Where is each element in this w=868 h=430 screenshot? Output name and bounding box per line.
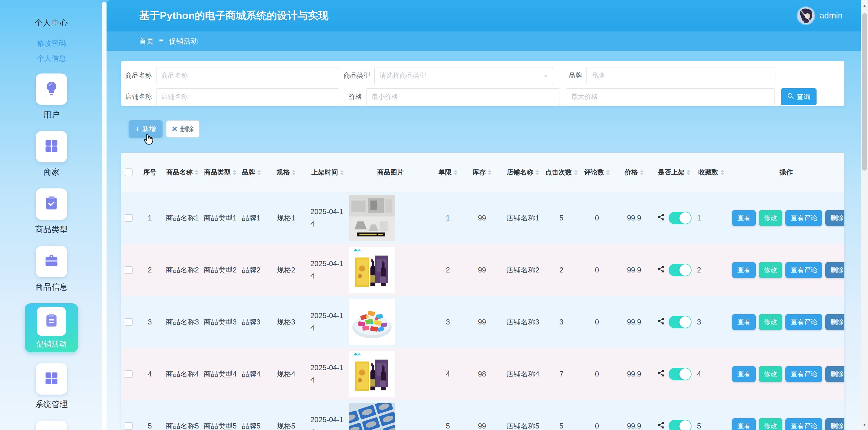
view-comments-button[interactable]: 查看评论: [785, 210, 822, 226]
scroll-down-arrow[interactable]: ▼: [861, 419, 868, 430]
view-button[interactable]: 查看: [732, 314, 756, 330]
add-button[interactable]: + 新增: [129, 120, 162, 138]
on-shelf-toggle[interactable]: [669, 212, 691, 224]
scrollbar[interactable]: ▲ ▼: [861, 0, 868, 430]
search-button[interactable]: 查询: [781, 88, 816, 105]
sidebar-item-more[interactable]: [36, 421, 67, 430]
price-min-input[interactable]: [366, 88, 560, 105]
sidebar-item-用户[interactable]: 用户: [36, 73, 67, 120]
on-shelf-toggle[interactable]: [669, 368, 691, 381]
row-checkbox[interactable]: [125, 318, 132, 326]
briefcase-icon: [43, 253, 59, 270]
product-name-input[interactable]: [156, 67, 339, 84]
scrollbar-thumb[interactable]: [862, 13, 867, 170]
sort-carets-icon[interactable]: [292, 170, 296, 175]
menu-tile: [36, 363, 67, 395]
cell-date: 2025-04-14: [309, 348, 346, 400]
column-header-是否上架[interactable]: 是否上架: [654, 153, 694, 192]
breadcrumb-current[interactable]: 促销活动: [169, 36, 198, 46]
column-header-店铺名称[interactable]: 店铺名称: [502, 153, 543, 192]
row-checkbox[interactable]: [125, 266, 132, 274]
view-button[interactable]: 查看: [732, 366, 756, 382]
product-type-select[interactable]: 请选择商品类型: [374, 67, 553, 84]
view-button[interactable]: 查看: [732, 210, 756, 226]
share-icon[interactable]: [657, 213, 665, 223]
menu-tile: [37, 307, 66, 336]
scroll-up-arrow[interactable]: ▲: [861, 0, 868, 11]
share-icon[interactable]: [657, 369, 665, 379]
view-button[interactable]: 查看: [732, 262, 756, 278]
view-comments-button[interactable]: 查看评论: [785, 418, 822, 430]
on-shelf-toggle[interactable]: [669, 420, 691, 430]
on-shelf-toggle[interactable]: [669, 316, 691, 328]
sort-carets-icon[interactable]: [687, 170, 690, 175]
sidebar-item-促销活动[interactable]: 促销活动: [25, 303, 78, 352]
share-icon[interactable]: [657, 317, 665, 327]
sidebar-item-商品信息[interactable]: 商品信息: [35, 246, 68, 292]
sort-carets-icon[interactable]: [257, 170, 261, 175]
sort-carets-icon[interactable]: [640, 170, 644, 175]
column-header-商品名称[interactable]: 商品名称: [163, 153, 201, 192]
delete-row-button[interactable]: 删除: [825, 418, 844, 430]
row-checkbox[interactable]: [125, 422, 132, 430]
avatar[interactable]: [797, 7, 815, 25]
column-header-价格[interactable]: 价格: [614, 153, 654, 192]
on-shelf-toggle[interactable]: [669, 264, 691, 276]
delete-row-button[interactable]: 删除: [825, 366, 844, 382]
user-menu[interactable]: admin: [797, 7, 843, 25]
clipboard-lines-icon: [44, 313, 59, 330]
sort-carets-icon[interactable]: [454, 170, 458, 175]
row-checkbox[interactable]: [125, 214, 132, 222]
cell-stock: 98: [462, 348, 502, 400]
sort-carets-icon[interactable]: [535, 170, 539, 175]
brand-input[interactable]: [586, 67, 775, 84]
delete-button[interactable]: ✕ 删除: [166, 120, 199, 138]
row-checkbox[interactable]: [125, 370, 132, 378]
share-icon[interactable]: [657, 421, 665, 430]
sort-carets-icon[interactable]: [195, 170, 198, 175]
sort-carets-icon[interactable]: [721, 170, 724, 175]
edit-button[interactable]: 修改: [759, 314, 782, 330]
view-comments-button[interactable]: 查看评论: [785, 314, 822, 330]
view-button[interactable]: 查看: [732, 418, 756, 430]
cell-spec: 规格3: [263, 296, 309, 348]
column-header-序号: 序号: [136, 153, 163, 192]
sort-carets-icon[interactable]: [488, 170, 492, 175]
view-comments-button[interactable]: 查看评论: [785, 366, 822, 382]
sort-carets-icon[interactable]: [574, 170, 578, 175]
sort-carets-icon[interactable]: [233, 170, 236, 175]
delete-row-button[interactable]: 删除: [825, 314, 844, 330]
column-header-点击次数[interactable]: 点击次数: [543, 153, 580, 192]
sidebar-item-商品类型[interactable]: 商品类型: [35, 188, 68, 235]
sidebar-item-系统管理[interactable]: 系统管理: [35, 363, 68, 410]
column-header-商品类型[interactable]: 商品类型: [201, 153, 239, 192]
cell-brand: 品牌2: [239, 244, 263, 296]
shop-name-input[interactable]: [156, 88, 339, 105]
sidebar-link-change-password[interactable]: 修改密码: [37, 38, 66, 48]
column-header-单限[interactable]: 单限: [434, 153, 462, 192]
sidebar-item-商家[interactable]: 商家: [36, 131, 67, 177]
view-comments-button[interactable]: 查看评论: [785, 262, 822, 278]
delete-row-button[interactable]: 删除: [825, 210, 844, 226]
cell-product-image: [346, 296, 434, 348]
select-all-checkbox[interactable]: [125, 168, 132, 176]
sidebar-link-personal-info[interactable]: 个人信息: [37, 54, 66, 63]
cell-brand: 品牌4: [239, 348, 263, 400]
edit-button[interactable]: 修改: [759, 262, 782, 278]
sort-carets-icon[interactable]: [606, 170, 610, 175]
edit-button[interactable]: 修改: [759, 366, 782, 382]
sort-carets-icon[interactable]: [340, 170, 344, 175]
column-header-评论数[interactable]: 评论数: [580, 153, 614, 192]
column-header-库存[interactable]: 库存: [462, 153, 502, 192]
edit-button[interactable]: 修改: [759, 418, 782, 430]
share-icon[interactable]: [657, 265, 665, 275]
price-max-input[interactable]: [566, 88, 775, 105]
column-header-收藏数[interactable]: 收藏数: [694, 153, 728, 192]
column-header-规格[interactable]: 规格: [263, 153, 309, 192]
cell-on-shelf: [654, 192, 694, 244]
column-header-上架时间[interactable]: 上架时间: [309, 153, 346, 192]
edit-button[interactable]: 修改: [759, 210, 782, 226]
column-header-品牌[interactable]: 品牌: [239, 153, 263, 192]
breadcrumb-home[interactable]: 首页: [139, 36, 154, 46]
delete-row-button[interactable]: 删除: [825, 262, 844, 278]
